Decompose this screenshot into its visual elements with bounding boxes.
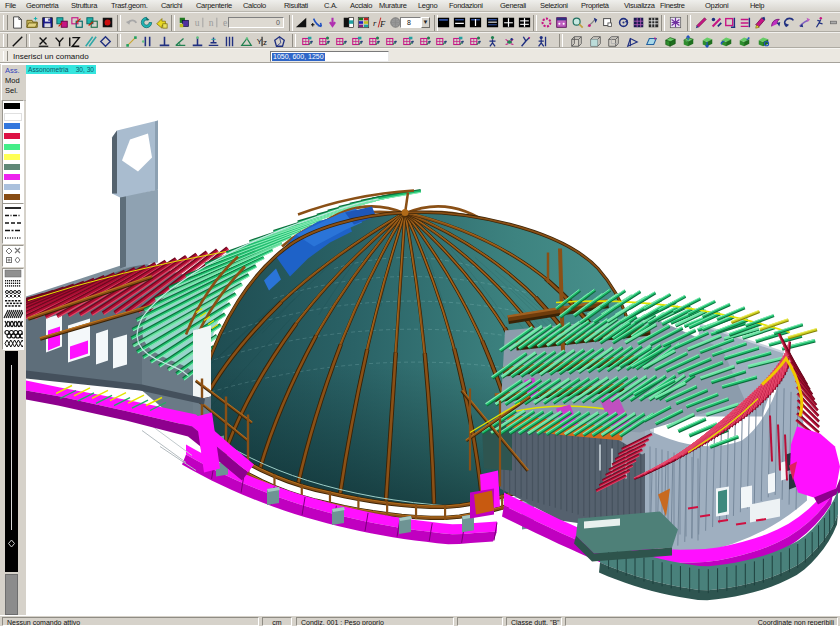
cube-wire2-button[interactable] [588, 34, 603, 49]
menu-fondazioni[interactable]: Fondazioni [449, 1, 483, 11]
ornate-purple-button[interactable] [668, 15, 683, 30]
arrow-magenta-down-button[interactable] [325, 15, 340, 30]
menu-geometria[interactable]: Geometria [26, 1, 58, 11]
yz-button[interactable]: Yz [255, 34, 270, 49]
mesh5-button[interactable] [367, 34, 382, 49]
toolbar-grip[interactable] [3, 34, 8, 47]
window-vsplit-button[interactable] [468, 15, 483, 30]
angle-button[interactable] [173, 34, 188, 49]
window-hpane-button[interactable] [485, 15, 500, 30]
toolbar-grip[interactable] [3, 15, 8, 30]
menu-legno[interactable]: Legno [418, 1, 437, 11]
menu-risultati[interactable]: Risultati [284, 1, 308, 11]
color-swatch-7[interactable] [4, 164, 20, 170]
yarrow-button[interactable] [518, 34, 533, 49]
flag-button[interactable] [625, 34, 640, 49]
letter-u-button[interactable]: u [191, 15, 206, 30]
color-swatch-6[interactable] [4, 154, 20, 160]
line-style-swatches[interactable] [3, 204, 23, 243]
cube-green3-button[interactable] [700, 34, 715, 49]
mesh10-button[interactable] [451, 34, 466, 49]
scale-dropdown-button[interactable]: ▼ [421, 17, 430, 28]
plane-button[interactable] [644, 34, 659, 49]
menu-visualizza[interactable]: Visualizza [624, 1, 655, 11]
export-block-button[interactable] [55, 15, 70, 30]
pentagon-button[interactable] [272, 34, 287, 49]
color-swatch-4[interactable] [4, 133, 20, 139]
color-swatch-1[interactable] [4, 103, 20, 109]
menu-murature[interactable]: Murature [379, 1, 407, 11]
window-vpane-button[interactable] [501, 15, 516, 30]
diamond-navy-button[interactable] [98, 34, 113, 49]
perp2-button[interactable] [190, 34, 205, 49]
bug-button[interactable] [502, 34, 517, 49]
mesh6-button[interactable] [384, 34, 399, 49]
bw-square-button[interactable] [341, 15, 356, 30]
cube-wire-button[interactable] [569, 34, 584, 49]
color-swatch-2[interactable] [4, 113, 22, 121]
import-block-button[interactable] [70, 15, 85, 30]
menu-calcolo[interactable]: Calcolo [243, 1, 266, 11]
zoom-lens-button[interactable] [570, 15, 585, 30]
color-swatch-5[interactable] [4, 144, 20, 150]
axis-x-button[interactable] [36, 34, 51, 49]
cube-green5-button[interactable] [737, 34, 752, 49]
color-swatch-3[interactable] [4, 123, 20, 129]
rotate-navy-button[interactable] [616, 15, 631, 30]
mesh2-button[interactable] [317, 34, 332, 49]
save-button[interactable] [40, 15, 55, 30]
command-input[interactable]: 1050, 600, 1250 [270, 51, 389, 62]
window-full-button[interactable] [436, 15, 451, 30]
menu-help[interactable]: Help [750, 1, 764, 11]
sidebar-label-mod[interactable]: Mod [5, 76, 20, 85]
axis-z-button[interactable] [67, 34, 82, 49]
cube-green2-button[interactable] [681, 34, 696, 49]
exit-red-button[interactable] [100, 15, 115, 30]
menu-finestre[interactable]: Finestre [660, 1, 685, 11]
sidebar-label-ass[interactable]: Ass. [5, 66, 20, 75]
triangle-black-button[interactable] [294, 15, 309, 30]
mesh3-button[interactable] [334, 34, 349, 49]
menu-struttura[interactable]: Struttura [71, 1, 97, 11]
apply-yellow-button[interactable] [154, 15, 169, 30]
toolbar-value-box[interactable]: 0 [228, 17, 284, 28]
menu-opzioni[interactable]: Opzioni [705, 1, 728, 11]
axis-y-button[interactable] [52, 34, 67, 49]
refresh-teal-button[interactable] [139, 15, 154, 30]
undo-button[interactable] [124, 15, 139, 30]
sidebar-gray-bar[interactable] [5, 574, 18, 615]
symbol-swatches[interactable] [3, 246, 23, 266]
fill-pattern-swatches[interactable] [3, 269, 23, 349]
menu-file[interactable]: File [5, 1, 16, 11]
window-quad-button[interactable] [517, 15, 532, 30]
square-small-button[interactable] [600, 15, 615, 30]
ring-magenta-button[interactable] [539, 15, 554, 30]
three-lines-button[interactable] [222, 34, 237, 49]
node-line-button[interactable] [124, 34, 139, 49]
edit4-button[interactable] [738, 15, 753, 30]
drawing-canvas[interactable]: Assonometria 30, 30 [26, 63, 840, 615]
blocks-button[interactable] [177, 15, 192, 30]
menu-trasfgeom[interactable]: Trasf.geom. [111, 1, 147, 11]
parallel-lines-button[interactable] [140, 34, 155, 49]
menu-carpenterie[interactable]: Carpenterie [196, 1, 232, 11]
menu-acciaio[interactable]: Acciaio [350, 1, 372, 11]
edit2-button[interactable] [709, 15, 724, 30]
color-grid-button[interactable] [356, 15, 371, 30]
sidebar-thickness-bar[interactable] [5, 351, 18, 572]
swoosh-magenta-button[interactable] [768, 15, 783, 30]
minus-gray-button[interactable] [826, 15, 840, 30]
menu-ca[interactable]: C.A. [324, 1, 337, 11]
edit1-button[interactable] [694, 15, 709, 30]
cube-green1-button[interactable] [663, 34, 678, 49]
perp-button[interactable] [157, 34, 172, 49]
letter-n-button[interactable]: n [205, 15, 220, 30]
sidebar-label-sel[interactable]: Sel. [5, 86, 18, 95]
person2-button[interactable] [535, 34, 550, 49]
menu-propriet[interactable]: Proprietà [581, 1, 609, 11]
scale-value-box[interactable]: 8 [400, 17, 421, 28]
window-hsplit-button[interactable] [452, 15, 467, 30]
cube-wire3-button[interactable] [606, 34, 621, 49]
cursor-swoosh-button[interactable] [585, 15, 600, 30]
menu-carichi[interactable]: Carichi [161, 1, 182, 11]
